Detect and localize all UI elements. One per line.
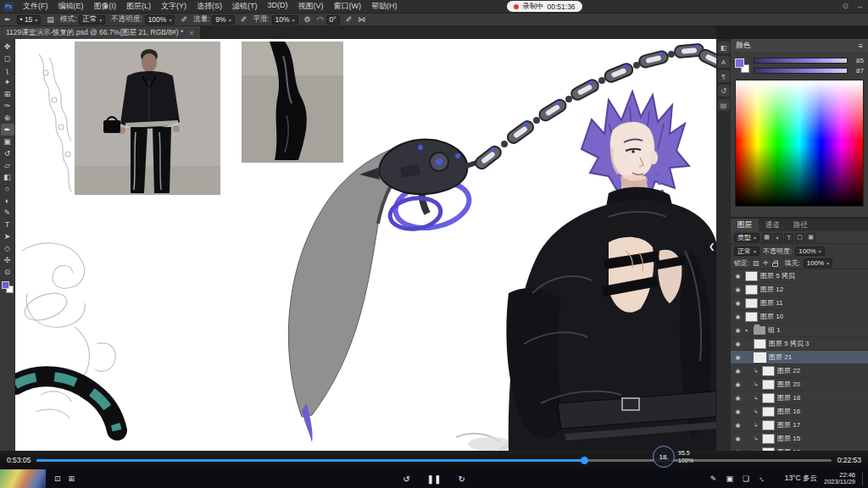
- paint-mode-value[interactable]: 正常▾: [79, 15, 105, 25]
- quick-select-tool-icon[interactable]: ✦: [1, 76, 14, 88]
- color-slider-1[interactable]: [754, 58, 848, 64]
- menu-item-4[interactable]: 文字(Y): [156, 1, 192, 12]
- pip-button-icon[interactable]: ❏: [743, 474, 749, 483]
- visibility-eye-icon[interactable]: ◉: [733, 313, 743, 320]
- healing-brush-tool-icon[interactable]: ⊕: [1, 112, 14, 124]
- pen-tool-icon[interactable]: ✎: [1, 207, 14, 219]
- edit-button-icon[interactable]: ✎: [710, 474, 717, 483]
- marquee-tool-icon[interactable]: ◻: [1, 53, 14, 64]
- smoothing-options-gear[interactable]: ⚙: [304, 15, 311, 24]
- layer-row[interactable]: ◉↳图层 20: [731, 378, 868, 391]
- gradient-tool-icon[interactable]: ◧: [1, 171, 14, 183]
- libraries-panel-icon[interactable]: ▤: [718, 99, 730, 111]
- opacity-field-value[interactable]: 100%▾: [145, 15, 175, 25]
- foreground-color-swatch[interactable]: [2, 281, 9, 289]
- brush-angle-field-value[interactable]: 0°: [326, 15, 340, 25]
- document-canvas[interactable]: [15, 39, 716, 451]
- screenshot-button-icon[interactable]: ▣: [726, 474, 733, 483]
- menu-item-10[interactable]: 帮助(H): [366, 1, 403, 12]
- zoom-tool-icon[interactable]: ⊙: [1, 266, 14, 278]
- layers-fill-value[interactable]: 100% ▾: [804, 258, 832, 268]
- visibility-eye-icon[interactable]: ◉: [733, 300, 743, 307]
- eyedropper-tool-icon[interactable]: ✑: [1, 100, 14, 112]
- tray-clock[interactable]: 22:46 2023/11/29: [824, 472, 855, 486]
- menu-item-2[interactable]: 图像(I): [89, 1, 122, 12]
- filter-smart-icon[interactable]: ▣: [806, 233, 815, 242]
- layer-row[interactable]: ◉↳图层 15: [731, 432, 868, 446]
- visibility-eye-icon[interactable]: ◉: [733, 354, 743, 361]
- path-select-tool-icon[interactable]: ➤: [1, 230, 14, 242]
- layer-row[interactable]: ◉↳图层 22: [731, 364, 868, 378]
- layer-row[interactable]: ◉图层 5 拷贝: [731, 269, 868, 283]
- flow-field[interactable]: 流量:9%▾: [193, 14, 235, 25]
- symmetry-toggle[interactable]: ⋈: [358, 15, 365, 24]
- layer-row[interactable]: ◉图层 11: [731, 297, 868, 310]
- menu-item-3[interactable]: 图层(L): [121, 1, 156, 12]
- pause-button-icon[interactable]: ❚❚: [427, 474, 442, 484]
- layer-row[interactable]: ◉↳图层 16: [731, 405, 868, 419]
- seek-knob[interactable]: [581, 457, 588, 464]
- zoom-window-icon[interactable]: ⊙: [842, 2, 849, 10]
- brush-settings-toggle[interactable]: ▤: [47, 15, 54, 24]
- menu-item-5[interactable]: 选择(S): [192, 1, 227, 12]
- layer-row[interactable]: ◉图层 5 拷贝 3: [731, 337, 868, 351]
- history-brush-tool-icon[interactable]: ↺: [1, 147, 14, 159]
- opacity-field[interactable]: 不透明度:100%▾: [111, 14, 175, 25]
- notification-center-button[interactable]: [862, 472, 865, 485]
- rewind-button-icon[interactable]: ↺: [403, 474, 409, 484]
- shape-tool-icon[interactable]: ◇: [1, 242, 14, 254]
- clone-stamp-tool-icon[interactable]: ▣: [1, 136, 14, 147]
- crop-tool-icon[interactable]: ⊞: [1, 88, 14, 100]
- document-tab[interactable]: 1129课堂演示-恢复的.psd @ 66.7%(图层 21, RGB/8#) …: [0, 26, 201, 39]
- menu-item-7[interactable]: 3D(D): [263, 1, 293, 12]
- brush-preset-picker-value[interactable]: • 15▾: [17, 15, 42, 25]
- blur-tool-icon[interactable]: ○: [1, 183, 14, 195]
- adjustments-panel-icon[interactable]: ◧: [718, 42, 730, 53]
- filter-adjustment-icon[interactable]: ◐: [773, 233, 782, 242]
- layer-row[interactable]: ◉图层 12: [731, 283, 868, 297]
- panel-menu-icon[interactable]: ≡: [859, 42, 863, 50]
- flow-field-value[interactable]: 9%▾: [212, 15, 234, 25]
- panel-collapse-chevron-icon[interactable]: ❮: [709, 242, 715, 251]
- visibility-eye-icon[interactable]: ◉: [733, 408, 743, 415]
- seek-bar[interactable]: [36, 459, 831, 462]
- visibility-eye-icon[interactable]: ◉: [733, 286, 743, 293]
- color-panel-tab[interactable]: 颜色: [736, 41, 750, 51]
- cast-icon-icon[interactable]: ⊞: [69, 474, 75, 483]
- screen-device-icon-icon[interactable]: ⊡: [54, 474, 61, 483]
- group-expander-icon[interactable]: ▾: [745, 327, 751, 333]
- eraser-tool-icon[interactable]: ▱: [1, 159, 14, 171]
- smoothing-field[interactable]: 平滑:10%▾: [253, 14, 298, 25]
- visibility-eye-icon[interactable]: ◉: [733, 422, 743, 429]
- filter-type-icon[interactable]: T: [784, 233, 793, 242]
- layer-row[interactable]: ◉↳图层 18: [731, 391, 868, 405]
- tab-close-icon[interactable]: ×: [189, 29, 193, 37]
- color-spectrum-picker[interactable]: [735, 80, 864, 207]
- lock-transparency-icon[interactable]: ▨: [753, 259, 760, 267]
- tray-weather[interactable]: 13°C 多云: [785, 474, 817, 484]
- color-swatches[interactable]: [2, 281, 14, 293]
- brush-tool-indicator[interactable]: ✒: [4, 15, 11, 24]
- pressure-opacity-toggle[interactable]: ✐: [181, 15, 187, 24]
- blend-mode-select[interactable]: 正常 ▾: [734, 247, 760, 256]
- fullscreen-window-icon[interactable]: ↔: [856, 2, 864, 10]
- visibility-eye-icon[interactable]: ◉: [733, 341, 743, 347]
- fg-swatch[interactable]: [735, 58, 744, 68]
- character-panel-icon[interactable]: A: [718, 56, 730, 68]
- brush-angle-field[interactable]: ◠0°: [317, 15, 340, 25]
- brush-tool-icon[interactable]: ✒: [1, 124, 14, 136]
- menu-item-6[interactable]: 滤镜(T): [227, 1, 263, 12]
- visibility-eye-icon[interactable]: ◉: [733, 327, 743, 334]
- filter-pixel-icon[interactable]: ▦: [762, 233, 771, 242]
- lock-all-icon[interactable]: [772, 263, 778, 267]
- smoothing-field-value[interactable]: 10%▾: [272, 15, 298, 25]
- hand-tool-icon[interactable]: ✣: [1, 254, 14, 266]
- move-tool-icon[interactable]: ✥: [1, 41, 14, 53]
- fullscreen-button-icon[interactable]: ↔: [757, 473, 768, 484]
- dodge-tool-icon[interactable]: ◐: [1, 195, 14, 207]
- layers-tab-2[interactable]: 路径: [787, 219, 815, 231]
- brush-preset-picker[interactable]: • 15▾: [17, 15, 42, 25]
- menu-item-0[interactable]: 文件(F): [18, 1, 53, 12]
- paragraph-panel-icon[interactable]: ¶: [718, 70, 730, 82]
- visibility-eye-icon[interactable]: ◉: [733, 368, 743, 374]
